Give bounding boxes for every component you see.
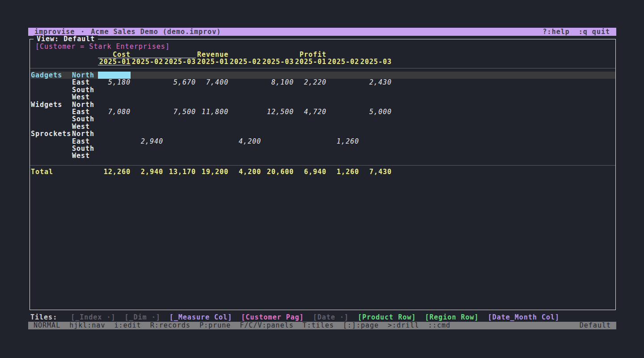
month-col-header[interactable]: 2025-02 <box>229 58 261 65</box>
month-col-header[interactable]: 2025-03 <box>261 58 294 65</box>
pivot-cell[interactable] <box>359 130 392 137</box>
pivot-cell[interactable] <box>131 72 163 79</box>
pivot-row[interactable]: East5,1805,6707,4008,1002,2202,430 <box>31 79 615 86</box>
filter-badge[interactable]: [Customer = Stark Enterprises] <box>35 43 615 50</box>
pivot-row[interactable]: GadgetsNorth <box>31 72 615 79</box>
pivot-cell[interactable]: 2,430 <box>359 79 392 86</box>
pivot-cell[interactable] <box>196 115 229 123</box>
pivot-cell[interactable] <box>359 115 392 123</box>
pivot-cell[interactable] <box>294 72 326 79</box>
pivot-cell[interactable] <box>294 123 326 130</box>
tile-customerpag[interactable]: [Customer Pag] <box>241 314 304 321</box>
pivot-cell[interactable]: 7,080 <box>98 108 131 115</box>
pivot-cell[interactable] <box>131 94 163 101</box>
pivot-cell[interactable] <box>131 123 163 130</box>
pivot-cell[interactable] <box>261 138 294 145</box>
pivot-cell[interactable] <box>229 72 261 79</box>
pivot-cell[interactable] <box>196 138 229 145</box>
pivot-cell[interactable] <box>229 115 261 123</box>
pivot-cell[interactable] <box>229 152 261 159</box>
tile-datemonthcol[interactable]: [Date_Month Col] <box>488 314 560 321</box>
pivot-cell[interactable]: 5,670 <box>163 79 196 86</box>
month-col-header[interactable]: 2025-03 <box>359 58 392 65</box>
pivot-cell[interactable] <box>196 94 229 101</box>
pivot-cell[interactable] <box>261 123 294 130</box>
pivot-cell[interactable] <box>131 79 163 86</box>
pivot-row[interactable]: East7,0807,50011,80012,5004,7205,000 <box>31 108 615 115</box>
pivot-cell[interactable]: 4,200 <box>229 138 261 145</box>
tile-date[interactable]: [Date ·] <box>313 314 349 321</box>
pivot-row[interactable]: South <box>31 115 615 123</box>
pivot-cell[interactable] <box>261 72 294 79</box>
pivot-row[interactable]: South <box>31 86 615 94</box>
pivot-cell[interactable] <box>196 152 229 159</box>
pivot-cell[interactable] <box>98 86 131 94</box>
month-col-header[interactable]: 2025-01 <box>98 58 131 65</box>
pivot-cell[interactable] <box>359 72 392 79</box>
pivot-cell[interactable] <box>326 130 359 137</box>
pivot-cell[interactable] <box>229 108 261 115</box>
pivot-cell[interactable] <box>163 145 196 152</box>
measure-group-revenue[interactable]: Revenue <box>196 51 294 58</box>
pivot-cell[interactable] <box>196 145 229 152</box>
pivot-cell[interactable]: 11,800 <box>196 108 229 115</box>
pivot-cell[interactable] <box>359 138 392 145</box>
pivot-cell[interactable]: 8,100 <box>261 79 294 86</box>
tile-index[interactable]: [_Index ·] <box>71 314 115 321</box>
pivot-cell[interactable] <box>294 86 326 94</box>
pivot-cell[interactable] <box>359 94 392 101</box>
pivot-cell[interactable] <box>326 123 359 130</box>
pivot-cell[interactable] <box>163 86 196 94</box>
pivot-cell[interactable] <box>229 94 261 101</box>
pivot-cell[interactable] <box>294 115 326 123</box>
pivot-cell[interactable] <box>294 152 326 159</box>
pivot-cell[interactable] <box>131 115 163 123</box>
pivot-cell[interactable] <box>196 123 229 130</box>
pivot-cell[interactable] <box>294 138 326 145</box>
pivot-row[interactable]: South <box>31 145 615 152</box>
pivot-cell[interactable] <box>98 138 131 145</box>
pivot-row[interactable]: West <box>31 94 615 101</box>
pivot-cell[interactable] <box>163 94 196 101</box>
pivot-cell[interactable] <box>261 101 294 108</box>
pivot-cell[interactable] <box>131 86 163 94</box>
pivot-cell[interactable] <box>261 145 294 152</box>
pivot-cell[interactable] <box>196 72 229 79</box>
pivot-cell[interactable]: 5,000 <box>359 108 392 115</box>
measure-group-cost[interactable]: Cost <box>98 51 196 58</box>
pivot-cell[interactable]: 1,260 <box>326 138 359 145</box>
pivot-cell[interactable] <box>326 145 359 152</box>
pivot-cell[interactable] <box>294 101 326 108</box>
pivot-cell[interactable] <box>163 101 196 108</box>
pivot-cell[interactable]: 5,180 <box>98 79 131 86</box>
month-col-header[interactable]: 2025-02 <box>131 58 163 65</box>
pivot-row[interactable]: SprocketsNorth <box>31 130 615 137</box>
pivot-cell[interactable] <box>229 79 261 86</box>
month-col-header[interactable]: 2025-02 <box>326 58 359 65</box>
pivot-row[interactable]: WidgetsNorth <box>31 101 615 108</box>
pivot-cell[interactable]: 2,940 <box>131 138 163 145</box>
pivot-cell[interactable] <box>163 152 196 159</box>
pivot-cell[interactable]: 7,400 <box>196 79 229 86</box>
measure-group-profit[interactable]: Profit <box>294 51 392 58</box>
pivot-cell[interactable]: 4,720 <box>294 108 326 115</box>
pivot-cell[interactable] <box>261 130 294 137</box>
pivot-cell[interactable] <box>359 86 392 94</box>
pivot-cell[interactable] <box>98 115 131 123</box>
pivot-cell[interactable] <box>229 101 261 108</box>
pivot-cell[interactable] <box>294 130 326 137</box>
pivot-cell[interactable] <box>98 145 131 152</box>
pivot-cell[interactable] <box>326 152 359 159</box>
pivot-cell[interactable] <box>131 130 163 137</box>
pivot-cell[interactable] <box>359 145 392 152</box>
month-col-header[interactable]: 2025-01 <box>294 58 326 65</box>
pivot-cell[interactable] <box>294 145 326 152</box>
pivot-cell[interactable] <box>163 138 196 145</box>
pivot-cell[interactable] <box>98 123 131 130</box>
pivot-cell[interactable] <box>98 101 131 108</box>
pivot-cell[interactable]: 2,220 <box>294 79 326 86</box>
pivot-cell[interactable] <box>163 72 196 79</box>
pivot-cell[interactable] <box>131 101 163 108</box>
pivot-cell[interactable]: 12,500 <box>261 108 294 115</box>
pivot-cell[interactable] <box>163 115 196 123</box>
